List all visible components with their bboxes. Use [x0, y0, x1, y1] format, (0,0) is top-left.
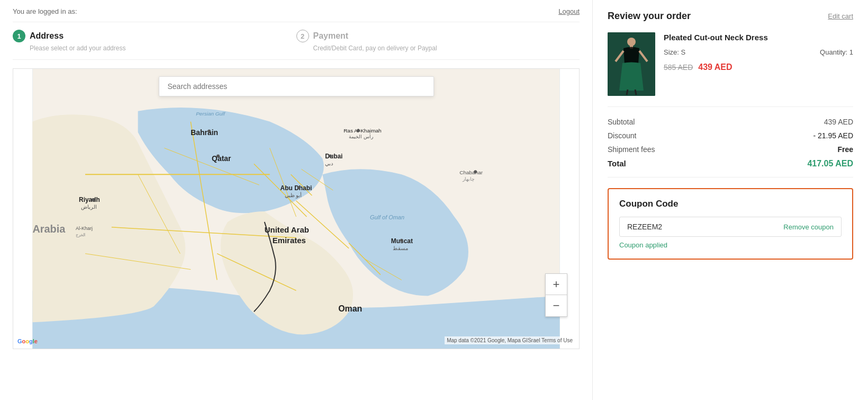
- svg-text:Al-Kharj: Al-Kharj: [76, 226, 93, 231]
- summary-shipment-row: Shipment fees Free: [608, 145, 853, 154]
- svg-point-43: [216, 154, 220, 157]
- svg-text:الخرج: الخرج: [76, 233, 85, 237]
- product-image-svg: [608, 32, 655, 96]
- zoom-out-button[interactable]: −: [546, 295, 567, 316]
- svg-text:Arabia: Arabia: [32, 223, 66, 235]
- step-address-subtitle: Please select or add your address: [13, 45, 296, 52]
- svg-text:الرياض: الرياض: [81, 204, 97, 210]
- svg-text:Ras Al-Khaimah: Ras Al-Khaimah: [343, 128, 381, 134]
- svg-text:Abu Dhabi: Abu Dhabi: [281, 184, 312, 192]
- svg-text:Qatar: Qatar: [212, 154, 231, 163]
- step-payment-subtitle: Credit/Debit Card, pay on delivery or Pa…: [296, 45, 580, 52]
- product-row: Pleated Cut-out Neck Dress Size: S Quant…: [608, 32, 853, 107]
- svg-text:مسقط: مسقط: [393, 245, 408, 251]
- coupon-code-value: REZEEM2: [627, 223, 662, 231]
- svg-line-51: [627, 90, 628, 95]
- map-svg: Bahrain Qatar Dubai دبي Ras Al-Khaimah ر…: [13, 69, 579, 349]
- svg-point-41: [92, 198, 95, 201]
- product-details: Pleated Cut-out Neck Dress Size: S Quant…: [664, 32, 853, 96]
- product-quantity: Quantity: 1: [820, 48, 853, 56]
- order-header: Review your order Edit cart: [608, 11, 853, 22]
- product-price-sale: 439 AED: [698, 63, 732, 72]
- top-bar: You are logged in as: Logout: [13, 7, 580, 22]
- steps-row: 1 Address Please select or add your addr…: [13, 22, 580, 60]
- svg-point-47: [627, 38, 636, 46]
- summary-total-row: Total 417.05 AED: [608, 159, 853, 168]
- svg-text:Chabahar: Chabahar: [459, 170, 483, 175]
- map-attribution: Map data ©2021 Google, Mapa GISrael Term…: [445, 336, 575, 344]
- subtotal-label: Subtotal: [608, 118, 635, 126]
- remove-coupon-button[interactable]: Remove coupon: [783, 223, 834, 231]
- svg-text:Persian Gulf: Persian Gulf: [196, 111, 225, 117]
- svg-point-38: [329, 154, 332, 157]
- svg-point-40: [400, 239, 403, 242]
- order-title: Review your order: [608, 11, 691, 22]
- svg-text:دبي: دبي: [325, 161, 333, 166]
- product-name: Pleated Cut-out Neck Dress: [664, 32, 853, 43]
- subtotal-value: 439 AED: [824, 118, 853, 126]
- shipment-label: Shipment fees: [608, 145, 655, 154]
- edit-cart-link[interactable]: Edit cart: [828, 12, 853, 20]
- svg-text:چابهار: چابهار: [462, 176, 475, 182]
- svg-text:United Arab: United Arab: [265, 225, 309, 234]
- product-price-original: 585 AED: [664, 63, 693, 72]
- step-payment-title: Payment: [313, 31, 349, 41]
- svg-point-42: [207, 130, 211, 133]
- coupon-applied-message: Coupon applied: [619, 241, 842, 249]
- step-payment-header: 2 Payment: [296, 30, 580, 42]
- summary-discount-row: Discount - 21.95 AED: [608, 131, 853, 140]
- svg-text:أبو ظبي: أبو ظبي: [285, 192, 302, 199]
- svg-line-52: [635, 90, 636, 95]
- discount-value: - 21.95 AED: [813, 131, 854, 140]
- svg-text:Emirates: Emirates: [273, 236, 306, 245]
- summary-subtotal-row: Subtotal 439 AED: [608, 118, 853, 126]
- step-address-header: 1 Address: [13, 30, 296, 42]
- svg-point-45: [474, 170, 477, 173]
- step-address-title: Address: [30, 31, 64, 41]
- map-container: Bahrain Qatar Dubai دبي Ras Al-Khaimah ر…: [13, 68, 580, 349]
- svg-point-44: [357, 129, 360, 132]
- google-logo: Google: [17, 338, 38, 344]
- step-payment-number: 2: [296, 30, 309, 42]
- svg-text:Gulf of Oman: Gulf of Oman: [370, 214, 404, 220]
- left-panel: You are logged in as: Logout 1 Address P…: [0, 0, 593, 400]
- coupon-section: Coupon Code REZEEM2 Remove coupon Coupon…: [608, 188, 853, 260]
- step-address: 1 Address Please select or add your addr…: [13, 30, 296, 52]
- logout-link[interactable]: Logout: [558, 7, 580, 15]
- svg-text:Dubai: Dubai: [325, 153, 342, 160]
- product-prices: 585 AED 439 AED: [664, 63, 853, 72]
- order-summary: Subtotal 439 AED Discount - 21.95 AED Sh…: [608, 118, 853, 177]
- zoom-in-button[interactable]: +: [546, 274, 567, 295]
- coupon-title: Coupon Code: [619, 199, 842, 209]
- step-payment: 2 Payment Credit/Debit Card, pay on deli…: [296, 30, 580, 52]
- product-meta: Size: S Quantity: 1: [664, 48, 853, 56]
- total-value: 417.05 AED: [807, 159, 853, 168]
- discount-label: Discount: [608, 131, 636, 140]
- svg-text:Oman: Oman: [338, 304, 362, 313]
- coupon-input-row: REZEEM2 Remove coupon: [619, 217, 842, 237]
- shipment-value: Free: [837, 145, 853, 154]
- total-label: Total: [608, 159, 626, 168]
- product-size: Size: S: [664, 48, 685, 56]
- logged-in-text: You are logged in as:: [13, 7, 77, 15]
- step-address-number: 1: [13, 30, 25, 42]
- product-image: [608, 32, 655, 96]
- svg-text:Bahrain: Bahrain: [191, 128, 218, 137]
- svg-point-39: [297, 186, 300, 189]
- right-panel: Review your order Edit cart: [593, 0, 868, 400]
- svg-text:رأس الخيمة: رأس الخيمة: [349, 133, 373, 140]
- svg-text:Riyadh: Riyadh: [79, 196, 100, 203]
- map-search-input[interactable]: [159, 76, 434, 96]
- map-controls: + −: [545, 273, 567, 317]
